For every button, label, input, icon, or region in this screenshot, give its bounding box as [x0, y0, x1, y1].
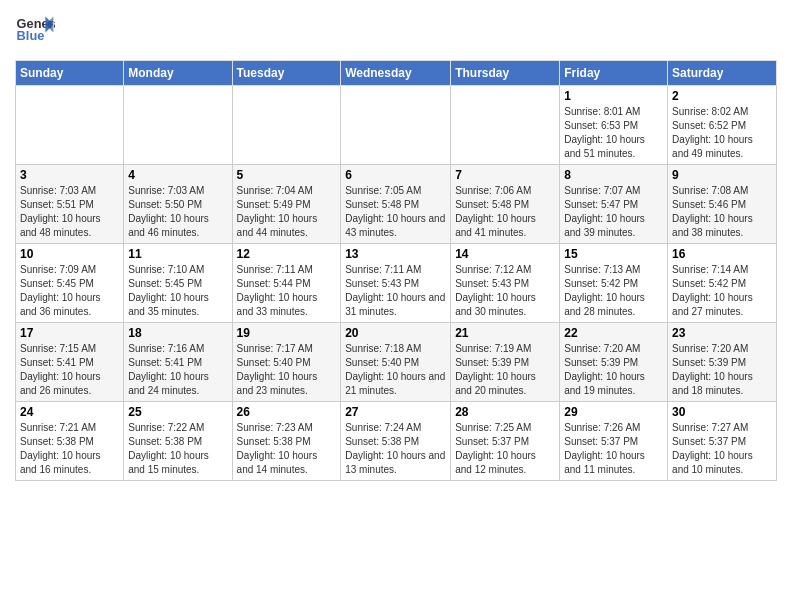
day-info: Sunrise: 7:08 AMSunset: 5:46 PMDaylight:…: [672, 184, 772, 240]
day-number: 4: [128, 168, 227, 182]
svg-text:Blue: Blue: [17, 28, 45, 43]
calendar-day-header: Friday: [560, 61, 668, 86]
day-info: Sunrise: 7:27 AMSunset: 5:37 PMDaylight:…: [672, 421, 772, 477]
calendar-cell: 14Sunrise: 7:12 AMSunset: 5:43 PMDayligh…: [451, 244, 560, 323]
calendar-cell: 5Sunrise: 7:04 AMSunset: 5:49 PMDaylight…: [232, 165, 341, 244]
calendar-cell: [341, 86, 451, 165]
day-info: Sunrise: 7:23 AMSunset: 5:38 PMDaylight:…: [237, 421, 337, 477]
calendar-cell: 26Sunrise: 7:23 AMSunset: 5:38 PMDayligh…: [232, 402, 341, 481]
calendar-cell: 19Sunrise: 7:17 AMSunset: 5:40 PMDayligh…: [232, 323, 341, 402]
day-info: Sunrise: 7:10 AMSunset: 5:45 PMDaylight:…: [128, 263, 227, 319]
calendar-cell: 17Sunrise: 7:15 AMSunset: 5:41 PMDayligh…: [16, 323, 124, 402]
day-number: 1: [564, 89, 663, 103]
calendar-cell: 11Sunrise: 7:10 AMSunset: 5:45 PMDayligh…: [124, 244, 232, 323]
day-number: 14: [455, 247, 555, 261]
day-number: 13: [345, 247, 446, 261]
calendar-cell: 13Sunrise: 7:11 AMSunset: 5:43 PMDayligh…: [341, 244, 451, 323]
day-info: Sunrise: 7:25 AMSunset: 5:37 PMDaylight:…: [455, 421, 555, 477]
day-number: 21: [455, 326, 555, 340]
day-info: Sunrise: 7:24 AMSunset: 5:38 PMDaylight:…: [345, 421, 446, 477]
calendar-cell: 16Sunrise: 7:14 AMSunset: 5:42 PMDayligh…: [668, 244, 777, 323]
day-number: 26: [237, 405, 337, 419]
calendar-cell: 15Sunrise: 7:13 AMSunset: 5:42 PMDayligh…: [560, 244, 668, 323]
calendar-cell: 2Sunrise: 8:02 AMSunset: 6:52 PMDaylight…: [668, 86, 777, 165]
day-number: 24: [20, 405, 119, 419]
page-container: General Blue SundayMondayTuesdayWednesda…: [0, 0, 792, 491]
day-info: Sunrise: 8:01 AMSunset: 6:53 PMDaylight:…: [564, 105, 663, 161]
day-number: 29: [564, 405, 663, 419]
day-number: 23: [672, 326, 772, 340]
logo: General Blue: [15, 10, 60, 50]
day-info: Sunrise: 7:03 AMSunset: 5:51 PMDaylight:…: [20, 184, 119, 240]
day-number: 3: [20, 168, 119, 182]
day-number: 11: [128, 247, 227, 261]
day-number: 12: [237, 247, 337, 261]
calendar-cell: 24Sunrise: 7:21 AMSunset: 5:38 PMDayligh…: [16, 402, 124, 481]
day-info: Sunrise: 7:04 AMSunset: 5:49 PMDaylight:…: [237, 184, 337, 240]
calendar-cell: 7Sunrise: 7:06 AMSunset: 5:48 PMDaylight…: [451, 165, 560, 244]
day-info: Sunrise: 7:05 AMSunset: 5:48 PMDaylight:…: [345, 184, 446, 240]
day-number: 2: [672, 89, 772, 103]
calendar-day-header: Wednesday: [341, 61, 451, 86]
day-number: 18: [128, 326, 227, 340]
day-number: 17: [20, 326, 119, 340]
day-info: Sunrise: 7:17 AMSunset: 5:40 PMDaylight:…: [237, 342, 337, 398]
calendar-cell: [124, 86, 232, 165]
calendar-cell: [232, 86, 341, 165]
calendar-week-row: 3Sunrise: 7:03 AMSunset: 5:51 PMDaylight…: [16, 165, 777, 244]
logo-icon: General Blue: [15, 10, 55, 50]
calendar-cell: 12Sunrise: 7:11 AMSunset: 5:44 PMDayligh…: [232, 244, 341, 323]
calendar-cell: 4Sunrise: 7:03 AMSunset: 5:50 PMDaylight…: [124, 165, 232, 244]
calendar: SundayMondayTuesdayWednesdayThursdayFrid…: [15, 60, 777, 481]
day-number: 8: [564, 168, 663, 182]
day-number: 28: [455, 405, 555, 419]
day-number: 5: [237, 168, 337, 182]
calendar-cell: [451, 86, 560, 165]
calendar-cell: 20Sunrise: 7:18 AMSunset: 5:40 PMDayligh…: [341, 323, 451, 402]
calendar-cell: 18Sunrise: 7:16 AMSunset: 5:41 PMDayligh…: [124, 323, 232, 402]
day-number: 22: [564, 326, 663, 340]
day-info: Sunrise: 7:18 AMSunset: 5:40 PMDaylight:…: [345, 342, 446, 398]
calendar-cell: 30Sunrise: 7:27 AMSunset: 5:37 PMDayligh…: [668, 402, 777, 481]
day-info: Sunrise: 7:15 AMSunset: 5:41 PMDaylight:…: [20, 342, 119, 398]
day-info: Sunrise: 7:14 AMSunset: 5:42 PMDaylight:…: [672, 263, 772, 319]
day-number: 19: [237, 326, 337, 340]
day-number: 15: [564, 247, 663, 261]
day-info: Sunrise: 7:20 AMSunset: 5:39 PMDaylight:…: [672, 342, 772, 398]
day-info: Sunrise: 7:11 AMSunset: 5:43 PMDaylight:…: [345, 263, 446, 319]
day-info: Sunrise: 7:09 AMSunset: 5:45 PMDaylight:…: [20, 263, 119, 319]
day-info: Sunrise: 7:22 AMSunset: 5:38 PMDaylight:…: [128, 421, 227, 477]
calendar-cell: 6Sunrise: 7:05 AMSunset: 5:48 PMDaylight…: [341, 165, 451, 244]
day-info: Sunrise: 7:03 AMSunset: 5:50 PMDaylight:…: [128, 184, 227, 240]
calendar-cell: 27Sunrise: 7:24 AMSunset: 5:38 PMDayligh…: [341, 402, 451, 481]
calendar-cell: 3Sunrise: 7:03 AMSunset: 5:51 PMDaylight…: [16, 165, 124, 244]
calendar-day-header: Tuesday: [232, 61, 341, 86]
calendar-cell: 9Sunrise: 7:08 AMSunset: 5:46 PMDaylight…: [668, 165, 777, 244]
day-number: 30: [672, 405, 772, 419]
day-info: Sunrise: 7:07 AMSunset: 5:47 PMDaylight:…: [564, 184, 663, 240]
day-info: Sunrise: 7:11 AMSunset: 5:44 PMDaylight:…: [237, 263, 337, 319]
calendar-day-header: Sunday: [16, 61, 124, 86]
calendar-cell: 10Sunrise: 7:09 AMSunset: 5:45 PMDayligh…: [16, 244, 124, 323]
calendar-week-row: 17Sunrise: 7:15 AMSunset: 5:41 PMDayligh…: [16, 323, 777, 402]
calendar-week-row: 1Sunrise: 8:01 AMSunset: 6:53 PMDaylight…: [16, 86, 777, 165]
calendar-week-row: 10Sunrise: 7:09 AMSunset: 5:45 PMDayligh…: [16, 244, 777, 323]
calendar-cell: 21Sunrise: 7:19 AMSunset: 5:39 PMDayligh…: [451, 323, 560, 402]
day-number: 27: [345, 405, 446, 419]
day-info: Sunrise: 7:12 AMSunset: 5:43 PMDaylight:…: [455, 263, 555, 319]
calendar-cell: 29Sunrise: 7:26 AMSunset: 5:37 PMDayligh…: [560, 402, 668, 481]
day-info: Sunrise: 7:16 AMSunset: 5:41 PMDaylight:…: [128, 342, 227, 398]
day-info: Sunrise: 7:13 AMSunset: 5:42 PMDaylight:…: [564, 263, 663, 319]
day-info: Sunrise: 7:21 AMSunset: 5:38 PMDaylight:…: [20, 421, 119, 477]
calendar-week-row: 24Sunrise: 7:21 AMSunset: 5:38 PMDayligh…: [16, 402, 777, 481]
day-number: 20: [345, 326, 446, 340]
day-info: Sunrise: 7:26 AMSunset: 5:37 PMDaylight:…: [564, 421, 663, 477]
day-info: Sunrise: 8:02 AMSunset: 6:52 PMDaylight:…: [672, 105, 772, 161]
calendar-header-row: SundayMondayTuesdayWednesdayThursdayFrid…: [16, 61, 777, 86]
calendar-day-header: Saturday: [668, 61, 777, 86]
day-number: 10: [20, 247, 119, 261]
calendar-day-header: Monday: [124, 61, 232, 86]
calendar-cell: [16, 86, 124, 165]
day-number: 9: [672, 168, 772, 182]
calendar-cell: 8Sunrise: 7:07 AMSunset: 5:47 PMDaylight…: [560, 165, 668, 244]
